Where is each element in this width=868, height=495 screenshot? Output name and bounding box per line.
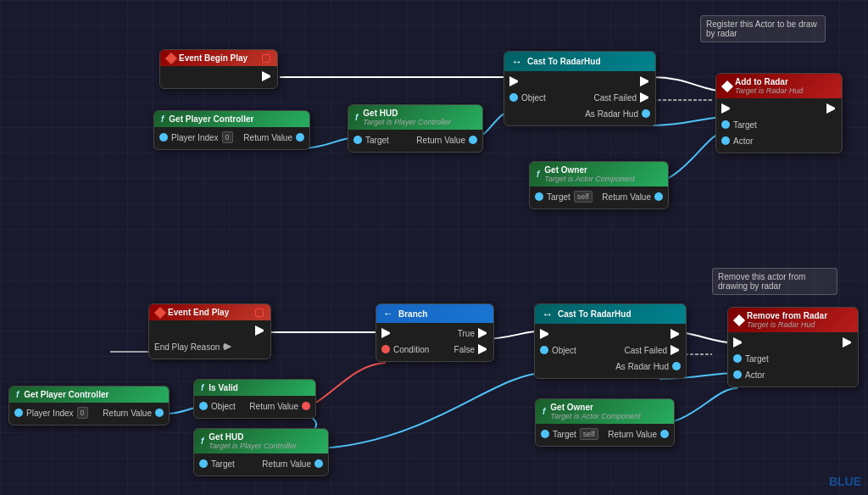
return-value-pin[interactable] — [296, 133, 304, 142]
branch-icon: ← — [383, 308, 393, 320]
target-row: Target — [733, 354, 769, 364]
as-radar-hud-row: As Radar Hud — [615, 362, 681, 371]
exec-out-pin[interactable] — [843, 337, 853, 348]
condition-pin[interactable] — [381, 345, 390, 353]
actor-row: Actor — [733, 370, 765, 380]
exec-out-pin[interactable] — [826, 103, 837, 114]
true-row: True — [458, 328, 488, 338]
player-index-pin[interactable] — [14, 409, 23, 417]
target-row: Target — [353, 136, 389, 145]
return-value-pin[interactable] — [302, 402, 310, 410]
get-player-controller-bottom-header: f Get Player Controller — [9, 387, 169, 403]
branch-node: ← Branch True Condition False — [376, 303, 494, 362]
target-pin[interactable] — [721, 120, 730, 129]
get-owner-bottom-node: f Get Owner Target is Actor Component Ta… — [535, 398, 675, 447]
get-hud-top-header: f Get HUD Target is Player Controller — [348, 105, 482, 130]
get-owner-bottom-header: f Get Owner Target is Actor Component — [536, 399, 674, 424]
as-radar-hud-pin[interactable] — [672, 362, 681, 370]
as-radar-hud-pin[interactable] — [642, 109, 650, 118]
return-value-row: Return Value — [416, 136, 477, 145]
exec-in-row — [509, 76, 520, 86]
event-end-flag-icon — [255, 309, 264, 317]
target-row: Target — [199, 459, 235, 469]
exec-out-row — [826, 103, 837, 114]
exec-out-row — [255, 325, 265, 336]
return-value-row: Return Value — [262, 459, 323, 469]
exec-in-pin[interactable] — [721, 103, 732, 114]
comment-register-radar: Register this Actor to be draw by radar — [700, 15, 826, 42]
actor-pin[interactable] — [721, 136, 730, 145]
event-end-play-header: Event End Play — [149, 304, 270, 320]
player-index-value[interactable]: 0 — [77, 407, 88, 419]
object-pin[interactable] — [509, 93, 518, 102]
exec-in-row — [721, 103, 732, 114]
exec-out-pin[interactable] — [640, 76, 650, 86]
event-end-diamond-icon — [154, 306, 166, 318]
player-index-value[interactable]: 0 — [222, 131, 233, 143]
return-value-pin[interactable] — [654, 192, 663, 201]
target-self-row: Target self — [535, 191, 593, 203]
remove-from-radar-node: Remove from Radar Target is Radar Hud Ta… — [727, 307, 859, 387]
actor-row: Actor — [721, 136, 753, 146]
object-row: Object — [199, 402, 236, 411]
return-value-pin[interactable] — [469, 136, 477, 144]
target-pin[interactable] — [733, 354, 742, 363]
event-flag-icon — [262, 54, 270, 63]
cast-failed-row: Cast Failed — [624, 345, 681, 355]
exec-out-pin[interactable] — [262, 71, 272, 81]
actor-pin[interactable] — [733, 370, 742, 379]
event-begin-play-node: Event Begin Play — [159, 49, 278, 89]
add-to-radar-header: Add to Radar Target is Radar Hud — [716, 74, 842, 98]
player-index-pin[interactable] — [159, 133, 168, 142]
return-value-pin[interactable] — [155, 409, 164, 417]
exec-in-row — [540, 329, 550, 339]
get-hud-top-node: f Get HUD Target is Player Controller Ta… — [348, 104, 483, 153]
exec-out-row — [640, 76, 650, 86]
false-pin[interactable] — [478, 344, 488, 354]
exec-in-pin[interactable] — [509, 76, 520, 86]
get-hud-bottom-node: f Get HUD Target is Player Controller Ta… — [193, 428, 329, 476]
return-value-pin[interactable] — [660, 430, 669, 438]
exec-in-pin[interactable] — [733, 337, 743, 348]
return-value-row: Return Value — [249, 402, 310, 411]
object-pin[interactable] — [540, 346, 548, 354]
get-player-controller-top-header: f Get Player Controller — [154, 111, 309, 127]
blueprint-watermark: BLUE — [829, 475, 861, 488]
cast-to-radar-hud-bottom-node: ↔ Cast To RadarHud Object Cast Failed — [534, 303, 687, 379]
return-value-row: Return Value — [608, 430, 669, 439]
exec-in-pin[interactable] — [540, 329, 550, 339]
exec-in-row — [381, 328, 392, 338]
target-pin[interactable] — [199, 459, 208, 468]
event-diamond-icon — [165, 52, 177, 64]
end-play-reason-row: End Play Reason — [154, 342, 231, 352]
true-pin[interactable] — [478, 328, 488, 338]
condition-row: Condition — [381, 345, 429, 354]
return-value-pin[interactable] — [314, 459, 323, 468]
return-value-row: Return Value — [602, 192, 663, 202]
get-owner-top-node: f Get Owner Target is Actor Component Ta… — [529, 161, 669, 209]
end-play-reason-pin[interactable] — [223, 342, 231, 351]
target-pin[interactable] — [353, 136, 362, 144]
remove-from-radar-header: Remove from Radar Target is Radar Hud — [728, 308, 858, 332]
exec-in-pin[interactable] — [381, 328, 392, 338]
target-self-pin[interactable] — [541, 430, 549, 438]
add-to-radar-node: Add to Radar Target is Radar Hud Target … — [715, 73, 843, 153]
exec-out-row — [843, 337, 853, 348]
exec-out-pin[interactable] — [255, 325, 265, 336]
return-value-row: Return Value — [103, 409, 164, 418]
branch-header: ← Branch — [376, 304, 493, 323]
target-self-pin[interactable] — [535, 192, 543, 201]
false-row: False — [454, 344, 488, 354]
object-row: Object — [509, 93, 546, 103]
self-value: self — [574, 191, 593, 203]
cast-to-radar-hud-bottom-header: ↔ Cast To RadarHud — [535, 304, 686, 324]
cast-failed-pin[interactable] — [670, 345, 681, 355]
cast-failed-pin[interactable] — [640, 92, 650, 103]
player-index-row: Player Index 0 — [14, 407, 88, 419]
comment-remove-radar: Remove this actor from drawing by radar — [712, 268, 837, 295]
exec-out-pin[interactable] — [670, 329, 681, 339]
event-end-play-node: Event End Play End Play Reason — [148, 303, 271, 359]
is-valid-node: f Is Valid Object Return Value — [193, 379, 316, 419]
cast-arrows-icon: ↔ — [511, 55, 522, 68]
object-pin[interactable] — [199, 402, 208, 410]
